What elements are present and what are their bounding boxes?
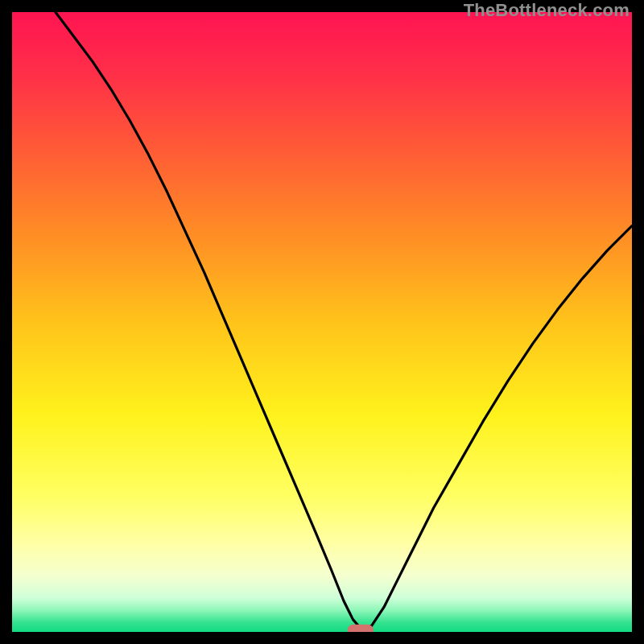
watermark-text: TheBottleneck.com <box>464 0 630 21</box>
optimal-marker <box>348 625 374 632</box>
gradient-background <box>12 12 632 632</box>
bottleneck-chart <box>12 12 632 632</box>
chart-frame <box>12 12 632 632</box>
